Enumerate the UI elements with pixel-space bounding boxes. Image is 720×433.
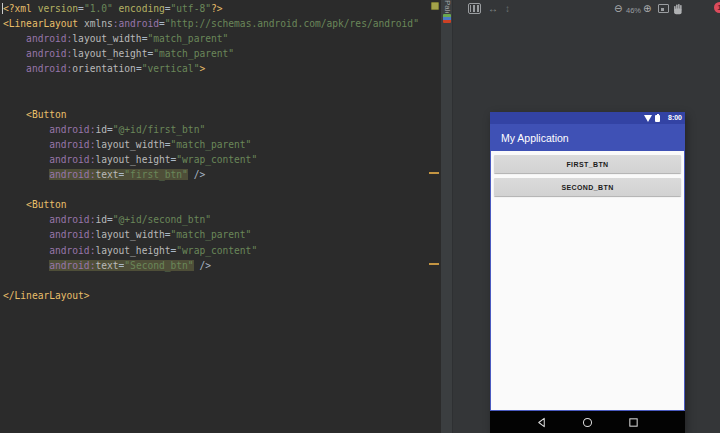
scrollbar-occurrence-mark[interactable]	[429, 263, 439, 265]
xml-editor[interactable]: <?xml version="1.0" encoding="utf-8"?><L…	[0, 0, 441, 433]
code-line[interactable]: <Button	[3, 197, 429, 212]
view-mode-icon[interactable]	[468, 3, 481, 14]
code-line[interactable]	[3, 92, 429, 107]
home-icon	[582, 417, 593, 428]
inspection-status-icon[interactable]	[431, 2, 439, 10]
code-line[interactable]	[3, 273, 429, 288]
error-notification-badge[interactable]: 1	[714, 2, 720, 13]
preview-first-btn[interactable]: FIRST_BTN	[494, 155, 681, 173]
back-icon	[536, 417, 547, 428]
code-lines[interactable]: <?xml version="1.0" encoding="utf-8"?><L…	[3, 1, 429, 303]
code-line[interactable]: android:layout_width="match_parent"	[3, 31, 429, 46]
zoom-out-icon[interactable]: ⊖	[614, 2, 622, 15]
status-time: 8:00	[668, 114, 682, 121]
code-line[interactable]: <Button	[3, 107, 429, 122]
code-line[interactable]: android:layout_width="match_parent"	[3, 227, 429, 242]
battery-icon	[655, 115, 660, 122]
palette-tab[interactable]: Palette	[442, 0, 452, 13]
code-line[interactable]: <?xml version="1.0" encoding="utf-8"?>	[3, 1, 429, 16]
app-title: My Application	[501, 132, 569, 144]
vertical-resize-icon[interactable]: ↕	[505, 2, 510, 15]
code-line[interactable]: android:id="@+id/second_btn"	[3, 212, 429, 227]
code-line[interactable]: android:layout_height="wrap_content"	[3, 243, 429, 258]
code-line[interactable]: android:text="first_btn" />	[3, 167, 429, 182]
app-bar: My Application	[490, 124, 685, 151]
code-line[interactable]: android:layout_height="wrap_content"	[3, 152, 429, 167]
wifi-icon	[644, 115, 652, 122]
preview-toolbar: ↔ ↕ ⊖ 46% ⊕ 1	[454, 0, 720, 18]
device-preview[interactable]: 8:00 My Application FIRST_BTN SECOND_BTN	[490, 112, 685, 433]
fit-to-screen-icon[interactable]	[658, 4, 669, 13]
palette-icon[interactable]	[443, 14, 451, 23]
code-line[interactable]: <LinearLayout xmlns:android="http://sche…	[3, 16, 429, 31]
code-line[interactable]	[3, 182, 429, 197]
pan-hand-icon[interactable]	[673, 3, 683, 18]
horizontal-resize-icon[interactable]: ↔	[488, 2, 498, 15]
scrollbar-occurrence-mark[interactable]	[429, 172, 439, 174]
preview-panel: Palette ↔ ↕ ⊖ 46% ⊕ 1 8:00	[441, 0, 720, 433]
text-caret	[2, 3, 3, 14]
layout-content[interactable]: FIRST_BTN SECOND_BTN	[490, 151, 685, 411]
code-line[interactable]	[3, 76, 429, 91]
zoom-in-icon[interactable]: ⊕	[643, 2, 651, 15]
code-line[interactable]: android:id="@+id/first_btn"	[3, 122, 429, 137]
android-nav-bar	[490, 411, 685, 433]
tool-window-stripe: Palette	[441, 0, 453, 433]
code-line[interactable]: </LinearLayout>	[3, 288, 429, 303]
zoom-level: 46%	[626, 4, 641, 17]
recents-icon	[628, 417, 639, 428]
code-line[interactable]: android:orientation="vertical">	[3, 61, 429, 76]
code-line[interactable]: android:layout_height="match_parent"	[3, 46, 429, 61]
code-line[interactable]: android:text="Second_btn" />	[3, 258, 429, 273]
android-status-bar: 8:00	[490, 112, 685, 124]
code-line[interactable]: android:layout_width="match_parent"	[3, 137, 429, 152]
preview-second-btn[interactable]: SECOND_BTN	[494, 178, 681, 196]
